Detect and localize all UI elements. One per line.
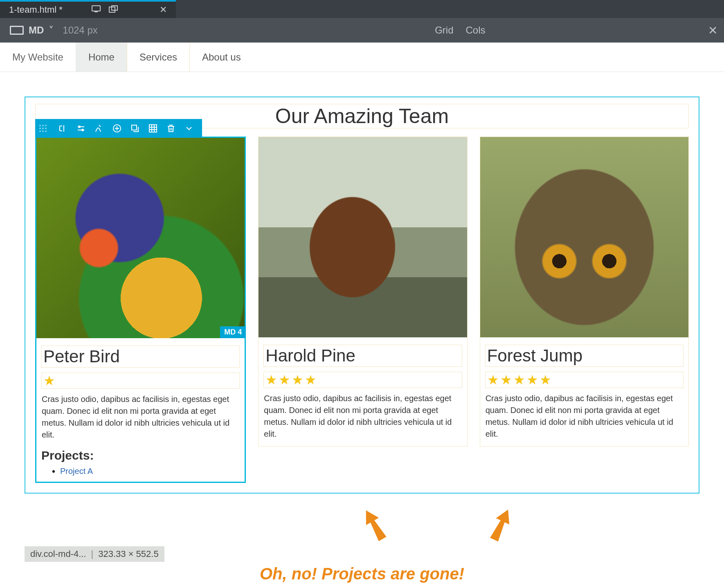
projects-list: Project A — [41, 467, 240, 476]
member-bio[interactable]: Cras justo odio, dapibus ac facilisis in… — [485, 392, 684, 440]
brand[interactable]: My Website — [0, 43, 76, 72]
member-photo[interactable] — [480, 137, 688, 337]
close-tab-icon[interactable]: ✕ — [160, 5, 167, 14]
member-photo[interactable] — [36, 138, 245, 338]
team-card[interactable]: Forest Jump ★★★★★ Cras justo odio, dapib… — [480, 137, 689, 447]
annotation-callout: Oh, no! Projects are gone! — [260, 565, 464, 583]
team-card[interactable]: MD 4 Peter Bird ★ Cras justo odio, dapib… — [35, 137, 246, 483]
preview-popout-icon[interactable] — [109, 5, 118, 14]
toggle-cols[interactable]: Cols — [466, 25, 486, 36]
toggle-grid[interactable]: Grid — [435, 25, 453, 36]
delete-trash-icon[interactable] — [162, 119, 180, 137]
member-name[interactable]: Forest Jump — [485, 345, 684, 367]
annotation-arrow-icon — [473, 498, 529, 551]
project-link[interactable]: Project A — [60, 467, 93, 476]
drag-grip-icon[interactable] — [39, 125, 50, 132]
star-rating[interactable]: ★ — [41, 373, 240, 389]
layout-grid-icon[interactable] — [144, 119, 162, 137]
svg-point-4 — [79, 126, 80, 128]
member-name[interactable]: Peter Bird — [41, 346, 240, 368]
editor-tabstrip: 1-team.html * ✕ — [0, 0, 724, 18]
column-size-badge: MD 4 — [220, 326, 246, 338]
list-item: Project A — [60, 467, 240, 476]
member-bio[interactable]: Cras justo odio, dapibus ac facilisis in… — [41, 393, 240, 441]
breakpoint-label[interactable]: MD — [29, 25, 44, 36]
selection-statusbar: div.col-md-4... | 323.33 × 552.5 — [25, 546, 164, 562]
design-canvas[interactable]: My Website Home Services About us Our Am… — [0, 43, 724, 494]
team-row: MD 4 Peter Bird ★ Cras justo odio, dapib… — [35, 137, 689, 483]
duplicate-icon[interactable] — [126, 119, 144, 137]
file-tab[interactable]: 1-team.html * ✕ — [0, 0, 176, 18]
svg-rect-0 — [92, 6, 100, 11]
nav-services[interactable]: Services — [127, 43, 189, 72]
team-card[interactable]: Harold Pine ★★★★ Cras justo odio, dapibu… — [258, 137, 467, 447]
nav-about[interactable]: About us — [189, 43, 253, 72]
star-rating[interactable]: ★★★★ — [263, 372, 462, 388]
chevron-down-icon[interactable]: ˅ — [49, 25, 54, 36]
edit-text-icon[interactable] — [54, 119, 72, 137]
preview-desktop-icon[interactable] — [92, 5, 101, 14]
device-icon[interactable] — [10, 26, 24, 35]
member-photo[interactable] — [259, 137, 467, 337]
svg-rect-1 — [94, 11, 98, 12]
svg-rect-7 — [132, 125, 137, 130]
member-bio[interactable]: Cras justo odio, dapibus ac facilisis in… — [263, 392, 462, 440]
svg-point-5 — [82, 129, 83, 131]
star-rating[interactable]: ★★★★★ — [485, 372, 684, 388]
member-name[interactable]: Harold Pine — [263, 345, 462, 367]
site-navbar: My Website Home Services About us — [0, 43, 724, 72]
selection-toolbar[interactable] — [35, 119, 202, 138]
more-chevron-icon[interactable] — [180, 119, 198, 137]
settings-sliders-icon[interactable] — [72, 119, 90, 137]
svg-rect-8 — [149, 125, 157, 132]
tab-filename: 1-team.html * — [9, 4, 63, 15]
annotation-arrow-icon — [346, 498, 403, 552]
separator: | — [91, 549, 94, 559]
annotation-text: Oh, no! Projects are gone! — [260, 565, 464, 583]
selector-path: div.col-md-4... — [30, 549, 86, 559]
paint-style-icon[interactable] — [90, 119, 108, 137]
viewport-toolbar: MD ˅ 1024 px Grid Cols ✕ — [0, 18, 724, 43]
close-panel-icon[interactable]: ✕ — [708, 24, 724, 37]
viewport-width-label: 1024 px — [63, 25, 97, 36]
selection-dimensions: 323.33 × 552.5 — [98, 549, 158, 559]
projects-heading[interactable]: Projects: — [41, 449, 240, 462]
nav-home[interactable]: Home — [76, 43, 127, 72]
team-section[interactable]: Our Amazing Team — [25, 97, 699, 494]
add-element-icon[interactable] — [108, 119, 126, 137]
